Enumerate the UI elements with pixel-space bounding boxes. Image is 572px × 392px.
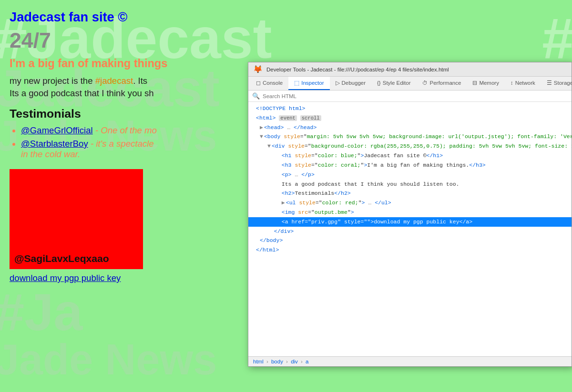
- memory-tab-icon: ⊟: [472, 80, 477, 86]
- testimonial-user-1[interactable]: @GameGrlOfficial: [21, 125, 93, 135]
- testimonials-heading: Testimonials: [10, 107, 248, 121]
- html-line-body[interactable]: <body style="margin: 5vh 5vw 5vh 5vw; ba…: [248, 132, 572, 141]
- breadcrumb-html[interactable]: html: [253, 359, 264, 364]
- html-line-ul[interactable]: <ul style="color: red;"> … </ul>: [248, 198, 572, 208]
- debugger-tab-icon: ▷: [336, 80, 340, 86]
- breadcrumb-div[interactable]: div: [291, 359, 298, 364]
- html-line-h1[interactable]: <h1 style="color: blue;">Jadecast fan si…: [248, 151, 572, 161]
- site-tagline: I'm a big fan of making things: [10, 57, 248, 70]
- html-line-html-close: </html>: [248, 245, 572, 255]
- testimonial-item-2: @StarblasterBoy - it's a spectacle in th…: [21, 139, 248, 160]
- tab-style-editor[interactable]: {} Style Editor: [371, 77, 417, 90]
- breadcrumb-body[interactable]: body: [271, 359, 283, 364]
- storage-tab-icon: ☰: [547, 80, 552, 86]
- inspector-tab-icon: ⬚: [294, 80, 299, 86]
- tab-network[interactable]: ↕ Network: [505, 77, 541, 90]
- html-line-html[interactable]: <html> event scroll: [248, 113, 572, 123]
- devtools-titlebar: 🦊 Developer Tools - Jadecast - file:///U…: [248, 62, 572, 77]
- tab-console[interactable]: ◻ Console: [250, 77, 288, 90]
- html-line-head[interactable]: <head> … </head>: [248, 123, 572, 132]
- jadecast-link[interactable]: #jadecast: [95, 76, 133, 86]
- devtools-search-bar[interactable]: 🔍: [248, 90, 572, 102]
- devtools-title: Developer Tools - Jadecast - file:///U:/…: [266, 67, 567, 72]
- network-tab-icon: ↕: [511, 80, 513, 86]
- avatar-label: @SagiLavxLeqxaao: [14, 253, 109, 264]
- devtools-window: 🦊 Developer Tools - Jadecast - file:///U…: [248, 62, 572, 367]
- html-line-img[interactable]: <img src="output.bme">: [248, 208, 572, 217]
- performance-tab-icon: ⏱: [422, 80, 428, 86]
- site-title: Jadecast fan site ©: [10, 10, 248, 25]
- html-line-text-1: Its a good podcast that I think you shou…: [248, 180, 572, 189]
- tab-memory[interactable]: ⊟ Memory: [467, 77, 505, 90]
- html-line-div[interactable]: <div style="background-color: rgba(255,2…: [248, 141, 572, 151]
- style-editor-tab-icon: {}: [377, 80, 381, 86]
- html-panel: <!DOCTYPE html> <html> event scroll <hea…: [248, 102, 572, 356]
- site-247: 24/7: [10, 29, 248, 52]
- html-line-body-close: </body>: [248, 236, 572, 245]
- html-line-p[interactable]: <p> … </p>: [248, 170, 572, 180]
- tab-inspector[interactable]: ⬚ Inspector: [288, 77, 329, 90]
- site-content: Jadecast fan site © 24/7 I'm a big fan o…: [0, 0, 257, 283]
- console-tab-icon: ◻: [256, 80, 261, 86]
- inspector-tab-label: Inspector: [301, 80, 324, 86]
- devtools-breadcrumb: html › body › div › a: [248, 356, 572, 366]
- testimonials-list: @GameGrlOfficial - One of the mo @Starbl…: [10, 125, 248, 160]
- tab-performance[interactable]: ⏱ Performance: [417, 77, 467, 90]
- html-line-h2[interactable]: <h2>Testimonials</h2>: [248, 189, 572, 198]
- avatar-image: @SagiLavxLeqxaao: [10, 169, 143, 269]
- search-input[interactable]: [263, 93, 568, 99]
- testimonial-item-1: @GameGrlOfficial - One of the mo: [21, 125, 248, 136]
- tab-debugger[interactable]: ▷ Debugger: [330, 77, 372, 90]
- firefox-icon: 🦊: [253, 65, 263, 74]
- html-line-anchor[interactable]: <a href="priv.gpg" style="">download my …: [248, 217, 572, 227]
- breadcrumb-a[interactable]: a: [306, 359, 308, 364]
- tab-storage[interactable]: ☰ Storage: [541, 77, 572, 90]
- pgp-link[interactable]: download my pgp public key: [10, 273, 248, 283]
- html-line-div-close: </div>: [248, 227, 572, 236]
- html-line-doctype: <!DOCTYPE html>: [248, 104, 572, 113]
- search-icon: 🔍: [252, 92, 260, 100]
- testimonial-user-2[interactable]: @StarblasterBoy: [21, 139, 88, 149]
- site-description: my new project is the #jadecast. Its Its…: [10, 75, 248, 100]
- devtools-tabs: ◻ Console ⬚ Inspector ▷ Debugger {} Styl…: [248, 77, 572, 90]
- html-line-h3[interactable]: <h3 style="color: coral;">I'm a big fan …: [248, 161, 572, 170]
